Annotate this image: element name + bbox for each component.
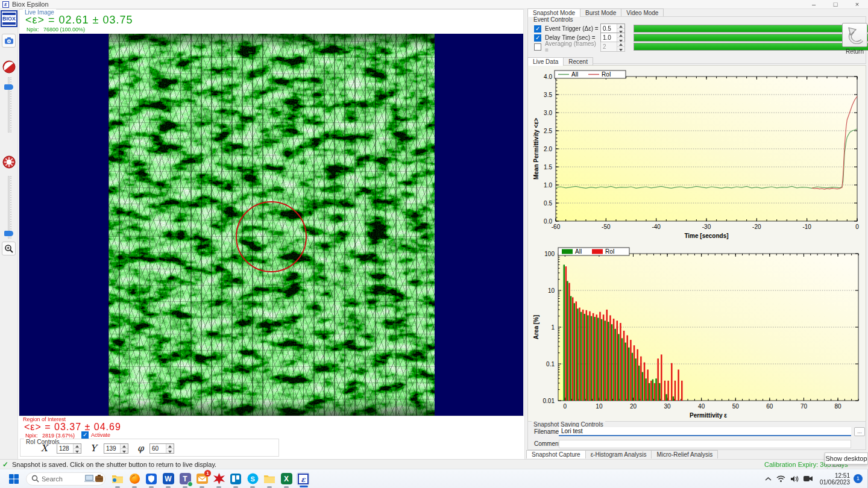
minimize-button[interactable]: – [803, 0, 825, 8]
taskbar-skype[interactable]: S [246, 472, 259, 486]
roi-phi-down-arrow[interactable] [166, 449, 174, 453]
volume-icon[interactable] [790, 475, 799, 483]
taskbar-defender[interactable] [145, 472, 158, 486]
delay-time-value[interactable]: 1.0 [601, 33, 617, 42]
roi-activate-label: Activate [91, 432, 110, 438]
roi-diameter-spinner[interactable]: 60 [149, 443, 174, 454]
taskbar-teams[interactable]: T [178, 472, 192, 486]
roi-y-glyph: Y [90, 443, 96, 454]
taskbar-files-folder[interactable] [111, 472, 124, 486]
return-button[interactable] [842, 23, 867, 47]
wifi-icon[interactable] [776, 475, 785, 483]
svg-text:Area [%]: Area [%] [533, 315, 539, 340]
roi-y-value[interactable]: 139 [104, 444, 120, 453]
roi-x-spinner[interactable]: 128 [57, 443, 81, 454]
browse-button[interactable]: ... [854, 427, 865, 436]
tray-chevron-up-icon[interactable] [765, 477, 772, 481]
tab-snapshot-mode[interactable]: Snapshot Mode [527, 8, 580, 17]
start-button[interactable] [7, 472, 20, 486]
averaging-up-arrow[interactable] [617, 42, 624, 47]
roi-x-value[interactable]: 128 [57, 444, 73, 453]
roi-y-spinner[interactable]: 139 [104, 443, 128, 454]
delay-time-checkbox[interactable] [534, 34, 541, 42]
roi-y-up-arrow[interactable] [121, 444, 128, 449]
left-toolbar: BIOX [0, 9, 18, 459]
filename-input[interactable] [559, 427, 851, 436]
svg-text:Time [seconds]: Time [seconds] [684, 233, 728, 239]
search-placeholder: Search [42, 475, 84, 483]
taskbar-firefox[interactable] [128, 472, 141, 486]
svg-text:3.0: 3.0 [544, 110, 552, 116]
right-panel: Snapshot Mode Burst Mode Video Mode Even… [524, 9, 868, 459]
aperture-button[interactable] [2, 155, 16, 170]
svg-text:30: 30 [664, 403, 671, 410]
roi-phi-up-arrow[interactable] [166, 444, 174, 449]
biox-logo-art: BIOX [2, 11, 16, 26]
camera-tray-icon[interactable] [804, 475, 813, 482]
svg-text:-50: -50 [602, 224, 611, 230]
svg-text:80: 80 [834, 403, 841, 410]
roi-circle-overlay[interactable] [236, 201, 307, 272]
roi-y-down-arrow[interactable] [121, 449, 128, 453]
tab-live-data[interactable]: Live Data [527, 57, 564, 66]
shutter-button[interactable] [2, 60, 16, 75]
trello-icon [230, 474, 241, 484]
window-title: Biox Epsilon [12, 1, 49, 8]
tab-histogram-analysis[interactable]: ε-Histogram Analysis [585, 450, 652, 458]
tab-burst-mode[interactable]: Burst Mode [580, 8, 621, 17]
roi-activate-checkbox[interactable] [81, 431, 89, 439]
averaging-checkbox[interactable] [534, 43, 541, 51]
tab-recent[interactable]: Recent [563, 57, 593, 66]
event-trigger-value[interactable]: 0.5 [601, 24, 617, 33]
svg-text:0.1: 0.1 [546, 361, 555, 368]
aperture-icon [2, 155, 16, 169]
taskbar-word[interactable]: W [162, 472, 175, 486]
roi-phi-value[interactable]: 60 [150, 444, 166, 453]
live-image-canvas[interactable] [19, 34, 523, 416]
event-trigger-checkbox[interactable] [534, 25, 541, 33]
taskbar-trello[interactable] [229, 472, 242, 486]
svg-text:All: All [575, 248, 582, 255]
comments-input[interactable] [559, 440, 851, 448]
notification-badge[interactable]: 1 [854, 474, 863, 483]
roi-x-up-arrow[interactable] [74, 444, 81, 449]
search-icon [31, 475, 39, 483]
live-epsilon-stats: <ε> = 02.61 ± 03.75 [25, 14, 133, 27]
show-desktop-tooltip: Show desktop [825, 452, 868, 465]
snapshot-saving-group: Snapshot Saving Controls Filename: ... C… [527, 421, 866, 450]
firefox-icon [129, 473, 140, 484]
magnifier-plus-icon [4, 244, 14, 254]
exposure-slider[interactable] [7, 176, 11, 239]
taskbar-mail[interactable]: 1 [195, 472, 209, 486]
camera-settings-button[interactable] [2, 34, 16, 48]
delay-time-up-arrow[interactable] [617, 33, 624, 38]
tab-video-mode[interactable]: Video Mode [621, 8, 664, 17]
tab-micro-relief-analysis[interactable]: Micro-Relief Analysis [651, 450, 718, 458]
taskbar-folder[interactable] [263, 472, 276, 486]
clock-time: 12:51 [820, 472, 850, 479]
maximize-button[interactable]: □ [825, 0, 846, 8]
zoom-button[interactable] [2, 242, 16, 255]
gain-slider-handle[interactable] [4, 84, 13, 90]
tab-snapshot-capture[interactable]: Snapshot Capture [526, 450, 586, 458]
exposure-slider-handle[interactable] [4, 231, 13, 236]
shutter-icon [2, 60, 16, 74]
taskbar-biox-epsilon[interactable]: ε [297, 472, 310, 486]
svg-text:50: 50 [732, 403, 740, 410]
camera-icon [4, 37, 14, 45]
search-box[interactable]: Search [26, 472, 105, 486]
gain-slider[interactable] [7, 77, 11, 133]
taskbar-excel[interactable]: X [280, 472, 293, 486]
close-button[interactable]: × [846, 0, 868, 8]
mail-badge: 1 [204, 470, 211, 477]
taskbar-red-plugin[interactable] [212, 472, 225, 486]
averaging-value[interactable]: 2 [601, 42, 617, 51]
averaging-down-arrow[interactable] [617, 47, 624, 51]
roi-x-down-arrow[interactable] [74, 449, 81, 453]
event-trigger-up-arrow[interactable] [617, 24, 624, 29]
clock[interactable]: 12:51 01/06/2023 [820, 472, 850, 486]
svg-text:BIOX: BIOX [2, 16, 16, 22]
biox-logo: BIOX [1, 10, 17, 27]
averaging-spinner[interactable]: 2 [600, 42, 625, 52]
teams-status-dot [187, 481, 193, 487]
